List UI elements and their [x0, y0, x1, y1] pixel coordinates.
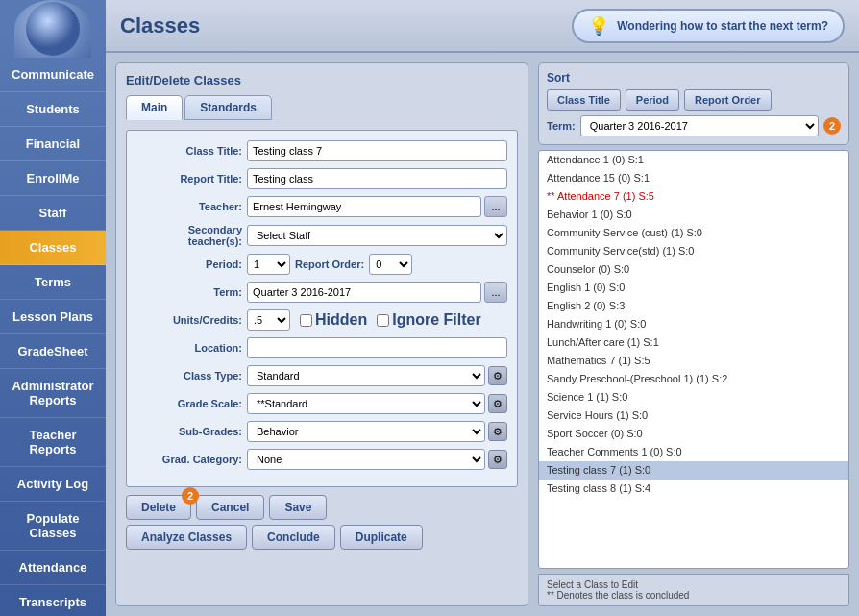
list-item[interactable]: Community Service(std) (1) S:0: [539, 242, 848, 260]
sort-buttons-group: Class Title Period Report Order: [547, 89, 841, 111]
report-order-select[interactable]: 012: [369, 254, 412, 275]
tip-box: 💡 Wondering how to start the next term?: [572, 9, 845, 43]
grade-scale-group: **Standard ⚙: [247, 393, 507, 414]
period-row: Period: 123 Report Order: 012: [136, 254, 507, 275]
list-item[interactable]: English 1 (0) S:0: [539, 279, 848, 297]
teacher-row: Teacher: ...: [136, 196, 507, 217]
list-item[interactable]: Mathematics 7 (1) S:5: [539, 352, 848, 370]
grad-category-select[interactable]: None: [247, 449, 485, 470]
grade-scale-label: Grade Scale:: [136, 398, 242, 409]
sidebar-item-admin-reports[interactable]: Administrator Reports: [0, 369, 106, 418]
secondary-teacher-select[interactable]: Select Staff: [247, 225, 507, 246]
list-item[interactable]: Testing class 8 (1) S:4: [539, 480, 848, 498]
period-select[interactable]: 123: [247, 254, 290, 275]
list-item[interactable]: Sandy Preschool-(Preschool 1) (1) S:2: [539, 370, 848, 388]
list-item[interactable]: Testing class 7 (1) S:0: [539, 461, 848, 480]
period-label: Period:: [136, 259, 242, 270]
teacher-select-button[interactable]: ...: [484, 196, 507, 217]
report-title-label: Report Title:: [136, 173, 242, 185]
sidebar-item-enrollme[interactable]: EnrollMe: [0, 161, 106, 196]
list-item[interactable]: Attendance 1 (0) S:1: [539, 151, 848, 169]
units-row: Units/Credits: .511.5 Hidden Ignore Filt…: [136, 309, 507, 331]
list-item[interactable]: Behavior 1 (0) S:0: [539, 206, 848, 224]
sidebar: CommunicateStudentsFinancialEnrollMeStaf…: [0, 0, 106, 616]
location-input[interactable]: [247, 337, 507, 358]
sidebar-item-communicate[interactable]: Communicate: [0, 58, 106, 92]
tab-standards[interactable]: Standards: [184, 95, 272, 120]
list-item[interactable]: Science 1 (1) S:0: [539, 388, 848, 407]
sidebar-item-lesson-plans[interactable]: Lesson Plans: [0, 300, 106, 334]
sub-grades-gear-button[interactable]: ⚙: [488, 422, 507, 441]
teacher-label: Teacher:: [136, 201, 242, 212]
sidebar-item-terms[interactable]: Terms: [0, 265, 106, 300]
class-type-select[interactable]: Standard: [247, 365, 485, 386]
analyze-classes-button[interactable]: Analyze Classes: [126, 525, 247, 550]
sidebar-item-classes[interactable]: Classes: [0, 231, 106, 265]
list-item[interactable]: Handwriting 1 (0) S:0: [539, 315, 848, 333]
list-item[interactable]: English 2 (0) S:3: [539, 297, 848, 315]
grad-category-gear-button[interactable]: ⚙: [488, 450, 507, 469]
class-title-input[interactable]: [247, 140, 507, 161]
sidebar-item-populate-classes[interactable]: Populate Classes: [0, 502, 106, 551]
class-type-label: Class Type:: [136, 370, 242, 382]
panel-title: Edit/Delete Classes: [126, 73, 518, 87]
sidebar-item-staff[interactable]: Staff: [0, 196, 106, 231]
left-panel: Edit/Delete Classes Main Standards Class…: [115, 62, 528, 606]
list-item[interactable]: Attendance 15 (0) S:1: [539, 169, 848, 187]
save-button[interactable]: Save: [269, 495, 327, 520]
footer-line1: Select a Class to Edit: [547, 579, 841, 590]
hidden-group: Hidden: [300, 311, 367, 329]
class-list-footer: Select a Class to Edit ** Denotes the cl…: [538, 574, 849, 606]
term-input[interactable]: [247, 282, 481, 303]
hidden-checkbox[interactable]: [300, 314, 312, 327]
conclude-button[interactable]: Conclude: [252, 525, 335, 550]
teacher-input[interactable]: [247, 196, 481, 217]
sort-period-button[interactable]: Period: [626, 89, 679, 111]
list-item[interactable]: Service Hours (1) S:0: [539, 407, 848, 425]
bulb-icon: 💡: [588, 15, 609, 37]
cancel-button[interactable]: Cancel: [196, 495, 264, 520]
sidebar-item-transcripts[interactable]: Transcripts: [0, 585, 106, 616]
sidebar-item-teacher-reports[interactable]: Teacher Reports: [0, 418, 106, 467]
period-group: 123 Report Order: 012: [247, 254, 412, 275]
sort-class-title-button[interactable]: Class Title: [547, 89, 621, 111]
grade-scale-row: Grade Scale: **Standard ⚙: [136, 393, 507, 414]
sidebar-item-financial[interactable]: Financial: [0, 127, 106, 161]
sidebar-item-students[interactable]: Students: [0, 92, 106, 127]
sub-grades-label: Sub-Grades:: [136, 426, 242, 437]
grade-scale-select[interactable]: **Standard: [247, 393, 485, 414]
ignore-filter-label: Ignore Filter: [392, 311, 480, 329]
list-item[interactable]: Community Service (cust) (1) S:0: [539, 224, 848, 242]
tab-bar: Main Standards: [126, 95, 518, 120]
term-select-right[interactable]: Quarter 3 2016-2017: [580, 115, 819, 136]
units-group: .511.5 Hidden Ignore Filter: [247, 309, 481, 331]
term-row-right: Term: Quarter 3 2016-2017 2: [547, 115, 841, 136]
body-area: Edit/Delete Classes Main Standards Class…: [106, 53, 859, 616]
sidebar-item-attendance[interactable]: Attendance: [0, 551, 106, 585]
term-input-group: ...: [247, 282, 507, 303]
sub-grades-select[interactable]: Behavior: [247, 421, 485, 442]
tab-main[interactable]: Main: [126, 95, 183, 120]
secondary-teacher-row: Secondary teacher(s): Select Staff: [136, 224, 507, 247]
list-item[interactable]: Counselor (0) S:0: [539, 260, 848, 279]
sidebar-item-activity-log[interactable]: Activity Log: [0, 467, 106, 502]
term-select-button[interactable]: ...: [484, 282, 507, 303]
units-select[interactable]: .511.5: [247, 309, 290, 331]
sort-report-order-button[interactable]: Report Order: [684, 89, 771, 111]
ignore-filter-checkbox[interactable]: [377, 314, 389, 327]
duplicate-button[interactable]: Duplicate: [340, 525, 423, 550]
teacher-input-group: ...: [247, 196, 507, 217]
tip-text: Wondering how to start the next term?: [617, 19, 828, 33]
term-label: Term:: [136, 286, 242, 298]
grad-category-label: Grad. Category:: [136, 454, 242, 465]
list-item[interactable]: Sport Soccer (0) S:0: [539, 425, 848, 443]
class-type-gear-button[interactable]: ⚙: [488, 366, 507, 385]
list-item[interactable]: Teacher Comments 1 (0) S:0: [539, 443, 848, 461]
location-label: Location:: [136, 342, 242, 354]
delete-badge: 2: [182, 487, 199, 505]
report-title-input[interactable]: [247, 168, 507, 189]
grade-scale-gear-button[interactable]: ⚙: [488, 394, 507, 413]
sidebar-item-gradesheet[interactable]: GradeSheet: [0, 334, 106, 369]
list-item[interactable]: Lunch/After care (1) S:1: [539, 333, 848, 352]
list-item[interactable]: ** Attendance 7 (1) S:5: [539, 187, 848, 206]
